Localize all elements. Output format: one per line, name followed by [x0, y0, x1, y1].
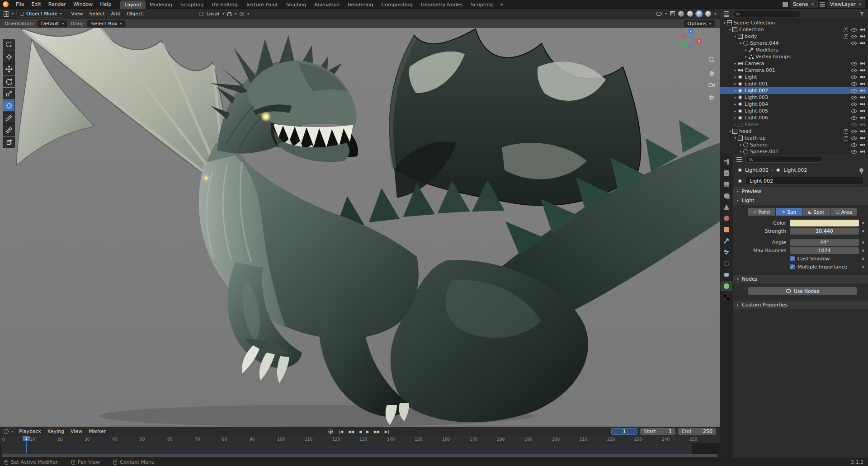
hide-in-viewport-icon[interactable]	[851, 35, 857, 38]
auto-keyframe-toggle[interactable]: ●	[328, 429, 333, 434]
disclosure-triangle-icon[interactable]: ▸	[733, 82, 738, 86]
timeline-scrollbar[interactable]	[2, 454, 718, 457]
cursor-tool[interactable]	[3, 51, 15, 63]
outliner-row[interactable]: ▸ Modifiers ✓	[720, 47, 868, 53]
workspace-tab[interactable]: +	[497, 0, 506, 9]
tab-render[interactable]	[721, 168, 732, 178]
hide-in-viewport-icon[interactable]	[851, 143, 857, 147]
disable-in-render-icon[interactable]	[860, 143, 865, 147]
tab-output[interactable]	[721, 179, 732, 189]
collection-checkbox[interactable]: ✓	[844, 34, 848, 39]
disable-in-render-icon[interactable]	[860, 109, 865, 113]
measure-tool[interactable]	[3, 124, 15, 136]
tab-particles[interactable]	[721, 247, 732, 257]
tab-object-data[interactable]	[721, 281, 732, 291]
orientation-dropdown[interactable]: Default ▾	[37, 20, 68, 28]
shading-solid-icon[interactable]	[687, 11, 693, 17]
disable-in-render-icon[interactable]	[860, 130, 865, 133]
pin-icon[interactable]	[859, 168, 863, 172]
animate-decorator-icon[interactable]	[862, 241, 864, 244]
annotate-tool[interactable]	[3, 112, 15, 124]
workspace-tab[interactable]: Texture Paint	[242, 0, 282, 9]
outliner-row[interactable]: ▸ Light.002 ✓	[720, 87, 868, 94]
transport-button[interactable]: ▶	[364, 428, 372, 435]
breadcrumb-data[interactable]: Light.002	[783, 167, 807, 173]
light-type-button[interactable]: ☀ Sun	[776, 208, 803, 216]
hide-in-viewport-icon[interactable]	[851, 69, 857, 72]
pan-hand-icon[interactable]	[708, 69, 715, 77]
add-cube-tool[interactable]	[3, 137, 15, 148]
animate-decorator-icon[interactable]	[862, 258, 864, 260]
proportional-editing-icon[interactable]	[240, 12, 244, 16]
outliner-row[interactable]: ▾ Scene Collection ✓	[720, 19, 868, 26]
breadcrumb-object[interactable]: Light.002	[745, 167, 769, 173]
animate-decorator-icon[interactable]	[862, 249, 864, 252]
shading-rendered-icon[interactable]	[705, 11, 711, 17]
disclosure-triangle-icon[interactable]: ▸	[733, 109, 738, 113]
animate-decorator-icon[interactable]	[862, 222, 864, 224]
tab-tool[interactable]	[721, 157, 732, 167]
strength-field[interactable]: 10.440	[790, 228, 859, 235]
editor-type-caret-icon[interactable]: ▾	[12, 12, 14, 16]
disclosure-triangle-icon[interactable]: ▸	[744, 48, 749, 52]
disclosure-triangle-icon[interactable]: ▸	[733, 95, 738, 99]
angle-field[interactable]: 44°	[790, 239, 859, 246]
outliner-row[interactable]: ▸ Light.001 ✓	[720, 80, 868, 87]
outliner-row[interactable]: ▸ Vertex Groups ✓	[720, 53, 868, 60]
disclosure-triangle-icon[interactable]: ▸	[738, 150, 743, 154]
transform-orientation-value[interactable]: Local	[207, 11, 220, 17]
section-preview[interactable]: ▸ Preview	[733, 187, 868, 196]
workspace-tab[interactable]: Modeling	[146, 0, 176, 9]
scene-browse-icon[interactable]	[783, 2, 788, 7]
animate-decorator-icon[interactable]	[862, 266, 864, 268]
navigation-gizmo[interactable]: Z X	[679, 27, 703, 52]
hide-in-viewport-icon[interactable]	[851, 150, 857, 154]
timeline-track-area[interactable]	[0, 443, 720, 454]
hide-in-viewport-icon[interactable]	[851, 130, 857, 133]
disclosure-triangle-icon[interactable]: ▾	[722, 21, 727, 25]
hide-in-viewport-icon[interactable]	[851, 96, 857, 99]
hide-in-viewport-icon[interactable]	[851, 137, 857, 140]
properties-editor-icon[interactable]	[736, 157, 742, 162]
workspace-tab[interactable]: Layout	[120, 0, 145, 9]
outliner-row[interactable]: ▸ Camera ✓	[720, 60, 868, 67]
section-custom-properties[interactable]: ▸ Custom Properties	[733, 300, 868, 309]
hide-in-viewport-icon[interactable]	[851, 28, 857, 32]
scale-tool[interactable]	[3, 88, 15, 99]
timeline-editor-icon[interactable]	[4, 429, 9, 434]
disable-in-render-icon[interactable]	[860, 28, 865, 32]
show-overlays-icon[interactable]	[656, 12, 662, 16]
outliner-row[interactable]: ▸ Sphere ✓	[720, 141, 868, 148]
disclosure-triangle-icon[interactable]: ▸	[733, 116, 738, 120]
disclosure-triangle-icon[interactable]: ▾	[733, 34, 738, 38]
outliner-row[interactable]: ▸ Light.006 ✓	[720, 114, 868, 121]
scene-selector[interactable]: Scene ×	[790, 0, 818, 8]
menu-item[interactable]: Help	[96, 0, 115, 8]
outliner-row[interactable]: ▸ Light.004 ✓	[720, 101, 868, 108]
viewport-menu-item[interactable]: Object	[124, 10, 146, 18]
disclosure-triangle-icon[interactable]: ▸	[738, 143, 743, 147]
timeline-ruler[interactable]: 0102030405060708090100110120130140150160…	[0, 436, 720, 443]
tab-texture[interactable]	[721, 292, 732, 302]
outliner-row[interactable]: ▾ teath up ✓	[720, 135, 868, 141]
menu-item[interactable]: Render	[45, 0, 70, 8]
outliner-row[interactable]: ▸ Light.005 ✓	[720, 108, 868, 114]
menu-item[interactable]: File	[12, 0, 28, 8]
viewport-menu-item[interactable]: View	[68, 10, 86, 18]
end-frame-field[interactable]: End250	[678, 428, 716, 435]
move-tool[interactable]	[3, 63, 15, 75]
playhead[interactable]: 1	[26, 436, 27, 453]
menu-item[interactable]: Edit	[28, 0, 44, 8]
outliner-row[interactable]: ▾ head ✓	[720, 128, 868, 135]
hide-in-viewport-icon[interactable]	[851, 82, 857, 86]
outliner-row[interactable]: ▸ Sphere.001 ✓	[720, 148, 868, 154]
snap-magnet-icon[interactable]	[227, 12, 231, 16]
tab-view-layer[interactable]	[721, 191, 732, 201]
datablock-name-field[interactable]: Light.002	[745, 177, 863, 185]
disable-in-render-icon[interactable]	[860, 35, 865, 38]
max-bounces-field[interactable]: 1024	[790, 247, 859, 254]
light-type-button[interactable]: ◣ Spot	[803, 208, 830, 216]
hide-in-viewport-icon[interactable]	[851, 103, 857, 106]
disclosure-triangle-icon[interactable]: ▸	[733, 61, 738, 66]
select-box-tool[interactable]	[3, 39, 15, 51]
